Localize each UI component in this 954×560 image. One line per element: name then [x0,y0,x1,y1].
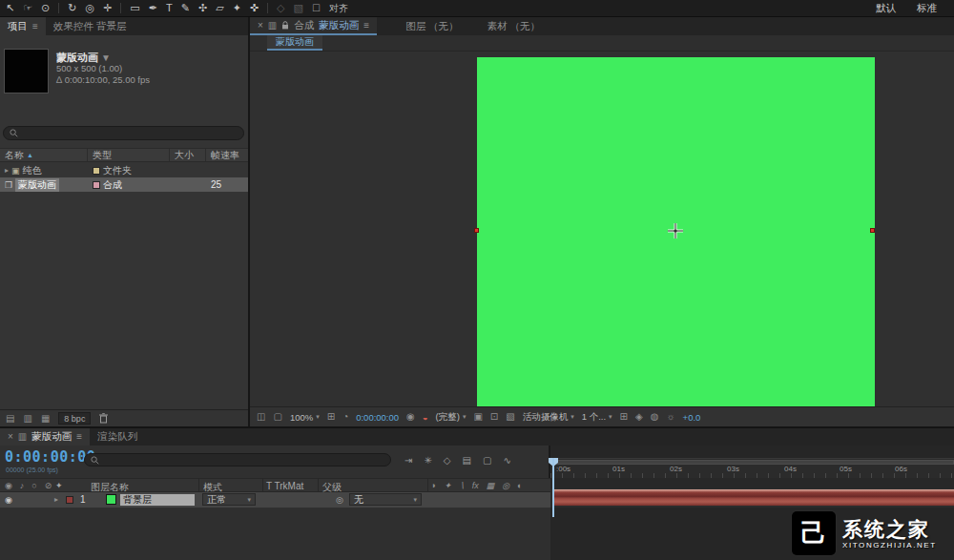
timeline-search-input[interactable] [103,455,384,466]
twirl-icon[interactable]: ▸ [54,495,58,504]
fast-preview-icon[interactable]: ◈ [635,412,643,422]
roto-brush-tool-icon[interactable]: ✦ [233,3,241,13]
exposure-icon[interactable]: ☼ [666,412,674,422]
workspace-standard-button[interactable]: 标准 [917,2,937,15]
bit-depth-button[interactable]: 8 bpc [58,412,91,425]
interpret-footage-icon[interactable]: ▤ [6,414,14,424]
layer-color-swatch[interactable] [106,494,116,505]
tab-effect-controls[interactable]: 效果控件 背景层 [46,17,134,35]
table-row[interactable]: ▸ ▣ 纯色 文件夹 [0,163,248,177]
workspace-default-button[interactable]: 默认 [876,2,896,15]
motion-blur-icon[interactable]: ▢ [483,455,491,466]
playhead-line[interactable] [552,458,554,517]
eye-icon[interactable]: ◉ [5,495,12,505]
time-ruler-band[interactable]: :00s 01s 02s 03s 04s 05s 06s [550,458,954,478]
shape-tool-icon[interactable]: ▭ [130,3,139,13]
current-timecode[interactable]: 0:00:00:00 [5,448,95,466]
pan-behind-tool-icon[interactable]: ✛ [103,3,112,13]
graph-editor-icon[interactable]: ∿ [503,455,510,466]
label-color-chip[interactable] [93,167,100,175]
zoom-tool-icon[interactable]: ⊙ [41,3,50,13]
label-color-chip[interactable] [93,181,100,189]
column-type[interactable]: 类型 [88,149,170,161]
region-of-interest-icon[interactable]: ▣ [473,412,482,422]
audio-column-icon[interactable]: ♪ [20,481,25,490]
tab-render-queue[interactable]: 渲染队列 [90,428,145,446]
twirl-icon[interactable]: ▸ [5,166,9,175]
grid-options-icon[interactable]: ⊞ [327,412,335,422]
column-fps[interactable]: 帧速率 [206,149,248,161]
time-ruler[interactable]: :00s 01s 02s 03s 04s 05s 06s [550,446,954,478]
close-icon[interactable]: × [258,21,263,31]
channels-icon[interactable]: ◒ [423,412,428,423]
new-folder-icon[interactable]: ▥ [23,414,31,424]
eraser-tool-icon[interactable]: ▱ [216,3,223,13]
parent-pickwhip-icon[interactable]: ◎ [336,495,343,505]
column-trkmat[interactable]: T TrkMat [266,481,303,491]
hide-shy-icon[interactable]: ◇ [444,455,451,466]
left-edge-handle[interactable] [474,228,479,233]
camera-select[interactable]: 活动摄像机 ▾ [523,411,574,424]
lock-icon[interactable] [281,21,289,30]
tab-project[interactable]: 项目 ≡ [0,17,46,35]
snap-checkbox[interactable]: ☐ [312,3,321,13]
panel-menu-icon[interactable]: ≡ [76,432,82,442]
frame-blend-switch-icon[interactable]: ▦ [487,481,495,490]
layer-label-chip[interactable] [66,496,73,504]
timeline-search[interactable] [84,453,391,467]
snapshot-icon[interactable]: ◉ [406,412,415,422]
right-edge-handle[interactable] [870,228,875,233]
clone-stamp-tool-icon[interactable]: ✣ [198,3,207,13]
panel-menu-icon[interactable]: ≡ [363,21,369,31]
tab-timeline-comp[interactable]: × ▥ 蒙版动画 ≡ [0,428,90,446]
puppet-pin-tool-icon[interactable]: ✜ [250,3,259,13]
anchor-point-icon[interactable] [668,223,683,239]
blend-mode-select[interactable]: 正常 ▾ [202,493,256,506]
composition-viewport[interactable] [250,52,954,406]
guides-icon[interactable]: ▧ [506,412,514,422]
motion-blur-switch-icon[interactable]: ◎ [502,481,509,490]
column-size[interactable]: 大小 [170,149,206,161]
magnification-select[interactable]: 100% ▾ [290,412,320,423]
shy-switch-icon[interactable]: ◗ [431,481,436,490]
video-column-icon[interactable]: ◉ [5,481,12,490]
3d-switch-icon[interactable]: ◐ [517,481,522,490]
lock-column-icon[interactable]: ⊘ [45,481,52,490]
layer-duration-bar[interactable] [552,489,954,506]
collapse-switch-icon[interactable]: ✦ [444,481,451,490]
label-column-icon[interactable]: ✦ [55,481,63,490]
layer-track[interactable] [550,488,954,508]
quality-switch-icon[interactable]: ∖ [459,481,465,490]
rotation-tool-icon[interactable]: ↻ [68,3,76,13]
parent-select[interactable]: 无 ▾ [349,493,422,506]
transparency-grid-icon[interactable]: ⊡ [490,412,498,422]
draft-3d-icon[interactable]: ✳ [424,455,431,466]
timeline-button-icon[interactable]: ◍ [651,412,659,422]
preview-timecode[interactable]: 0:00:00:00 [356,412,399,423]
type-tool-icon[interactable]: T [166,3,173,13]
selection-tool-icon[interactable]: ↖ [6,3,14,13]
chevron-down-icon[interactable]: ▼ [101,52,111,63]
project-search-input[interactable] [22,128,238,138]
camera-tool-icon[interactable]: ◎ [86,3,95,13]
tab-layer[interactable]: 图层 （无） [398,17,466,35]
trash-icon[interactable] [99,413,108,424]
view-layout-select[interactable]: 1 个... ▾ [582,411,612,424]
frame-blend-icon[interactable]: ▤ [462,455,470,466]
solo-column-icon[interactable]: ○ [31,481,36,490]
tab-composition[interactable]: × ▥ 合成 蒙版动画 ≡ [250,17,377,35]
panel-menu-icon[interactable]: ≡ [32,22,38,31]
pen-tool-icon[interactable]: ✒ [149,3,157,13]
layer-name[interactable]: 背景层 [120,494,195,506]
table-row[interactable]: ❐ 蒙版动画 合成 25 [0,177,248,192]
new-composition-icon[interactable]: ▦ [41,414,50,424]
column-name[interactable]: 名称 ▲ [0,149,88,161]
mask-visibility-icon[interactable]: ◔ [342,412,348,422]
project-search[interactable] [3,126,244,140]
close-icon[interactable]: × [8,432,13,442]
resolution-select[interactable]: (完整) ▾ [436,411,467,424]
exposure-value[interactable]: +0.0 [683,412,701,423]
comp-thumbnail[interactable] [4,49,49,93]
brush-tool-icon[interactable]: ✎ [181,3,190,13]
always-preview-icon[interactable]: ◫ [257,412,265,422]
